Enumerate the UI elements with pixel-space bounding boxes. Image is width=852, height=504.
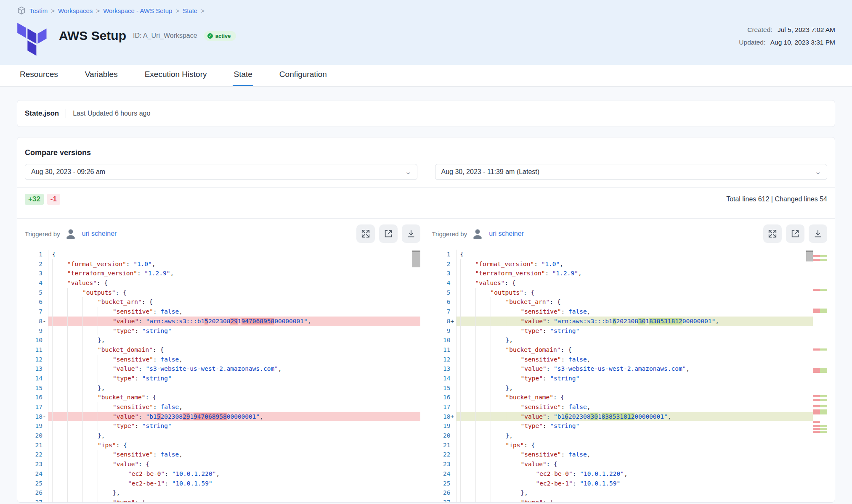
line-number: 18+ — [432, 412, 457, 422]
updated-meta: Updated: Aug 10, 2023 3:31 PM — [739, 39, 835, 46]
code-line: 5"outputs": { — [432, 288, 828, 298]
diff-marker — [813, 399, 827, 401]
tab-variables[interactable]: Variables — [84, 65, 119, 86]
tab-configuration[interactable]: Configuration — [279, 65, 328, 86]
code-line: 8+"value": "arn:aws:s3:::b16202308301838… — [432, 317, 828, 326]
triggered-by-label: Triggered by — [432, 230, 467, 237]
divider — [66, 109, 66, 118]
line-number: 7 — [432, 307, 457, 317]
diff-marker — [813, 428, 827, 430]
line-number: 8+ — [432, 317, 457, 326]
code-line: 26}, — [24, 488, 420, 498]
diff-overview-ruler[interactable] — [813, 250, 828, 503]
compare-versions-title: Compare versions — [25, 148, 828, 157]
line-number: 2 — [432, 259, 457, 269]
line-number: 4 — [24, 278, 48, 288]
line-number: 19 — [24, 421, 48, 431]
chevron-right-icon: > — [96, 7, 100, 14]
code-line: 18+"value": "b16202308301838531812000000… — [432, 412, 828, 422]
tab-state[interactable]: State — [233, 65, 253, 86]
code-line: 9"type": "string" — [432, 326, 828, 336]
created-meta: Created: Jul 5, 2023 7:02 AM — [739, 26, 835, 34]
diff-marker — [813, 255, 827, 257]
vertical-scrollbar[interactable] — [412, 251, 420, 267]
download-button[interactable] — [402, 224, 420, 243]
created-label: Created: — [747, 26, 772, 33]
open-external-button[interactable] — [786, 224, 804, 243]
breadcrumb-link-state[interactable]: State — [183, 7, 197, 14]
download-button[interactable] — [809, 224, 827, 243]
code-line: 16"bucket_name": { — [432, 393, 828, 402]
line-number: 5 — [24, 288, 48, 298]
expand-button[interactable] — [356, 224, 375, 243]
updated-value: Aug 10, 2023 3:31 PM — [770, 39, 835, 46]
line-number: 17 — [432, 402, 457, 412]
breadcrumb-link-workspaces[interactable]: Workspaces — [58, 7, 93, 14]
expand-button[interactable] — [763, 224, 782, 243]
workspace-id: ID: A_Uri_Workspace — [133, 32, 197, 40]
code-line: 23"value": { — [24, 459, 420, 469]
line-number: 2 — [24, 259, 48, 269]
code-line: 19"type": "string" — [432, 421, 828, 431]
line-number: 14 — [432, 374, 457, 383]
code-line: 26}, — [432, 488, 828, 498]
code-line: 18-"value": "b15202308291947068958000000… — [24, 412, 420, 422]
tab-resources[interactable]: Resources — [19, 65, 59, 86]
open-external-button[interactable] — [379, 224, 398, 243]
code-line: 25"ec2-be-1": "10.0.1.59" — [432, 479, 828, 488]
diff-marker — [813, 368, 827, 373]
breadcrumb-link-testim[interactable]: Testim — [29, 7, 48, 14]
external-link-icon — [791, 229, 800, 238]
diff-marker — [813, 289, 827, 291]
triggered-by-user-link[interactable]: uri scheiner — [489, 230, 524, 237]
version-select-right-value: Aug 30, 2023 - 11:39 am (Latest) — [441, 168, 540, 176]
line-number: 9 — [432, 326, 457, 336]
line-number: 24 — [24, 469, 48, 479]
code-line: 7"sensitive": false, — [24, 307, 420, 317]
line-number: 19 — [432, 421, 457, 431]
diff-marker — [813, 259, 827, 261]
code-line: 5"outputs": { — [24, 288, 420, 298]
tab-bar: Resources Variables Execution History St… — [0, 65, 852, 87]
code-line: 17"sensitive": false, — [24, 402, 420, 412]
chevron-down-icon: ⌄ — [815, 168, 822, 176]
line-number: 10 — [432, 335, 457, 345]
line-number: 26 — [24, 488, 48, 498]
line-number: 9 — [24, 326, 48, 336]
breadcrumb-link-workspace[interactable]: Workspace - AWS Setup — [103, 7, 172, 14]
compare-versions-card: Compare versions Aug 30, 2023 - 09:26 am… — [17, 137, 835, 503]
line-number: 23 — [432, 459, 457, 469]
download-icon — [813, 229, 823, 238]
code-line: 12"sensitive": false, — [432, 355, 828, 364]
page-title: AWS Setup — [59, 29, 126, 43]
created-value: Jul 5, 2023 7:02 AM — [778, 26, 835, 33]
version-select-right[interactable]: Aug 30, 2023 - 11:39 am (Latest) ⌄ — [435, 164, 828, 180]
code-line: 12"sensitive": false, — [24, 355, 420, 364]
page-header: Testim > Workspaces > Workspace - AWS Se… — [0, 0, 852, 65]
line-number: 10 — [24, 335, 48, 345]
code-line: 11"bucket_domain": { — [24, 345, 420, 355]
code-line: 11"bucket_domain": { — [432, 345, 828, 355]
triggered-by-user-link[interactable]: uri scheiner — [82, 230, 117, 237]
code-line: 15}, — [432, 383, 828, 393]
line-number: 11 — [24, 345, 48, 355]
line-number: 23 — [24, 459, 48, 469]
state-file-name: State.json — [25, 109, 59, 118]
vertical-scrollbar[interactable] — [806, 251, 813, 261]
version-select-left-value: Aug 30, 2023 - 09:26 am — [31, 168, 105, 176]
code-line: 20}, — [24, 431, 420, 441]
code-line: 21"ips": { — [432, 441, 828, 450]
updated-label: Updated: — [739, 39, 765, 46]
breadcrumb: Testim > Workspaces > Workspace - AWS Se… — [17, 6, 835, 15]
line-number: 25 — [432, 479, 457, 488]
diff-marker — [813, 405, 827, 407]
line-number: 3 — [432, 269, 457, 278]
tab-execution-history[interactable]: Execution History — [144, 65, 208, 86]
line-number: 13 — [24, 364, 48, 374]
code-line: 2"format_version": "1.0", — [432, 259, 828, 269]
code-line: 23"value": { — [432, 459, 828, 469]
code-line: 24"ec2-be-0": "10.0.1.220", — [24, 469, 420, 479]
line-number: 1 — [432, 250, 457, 259]
version-select-left[interactable]: Aug 30, 2023 - 09:26 am ⌄ — [25, 164, 417, 180]
code-line: 19"type": "string" — [24, 421, 420, 431]
